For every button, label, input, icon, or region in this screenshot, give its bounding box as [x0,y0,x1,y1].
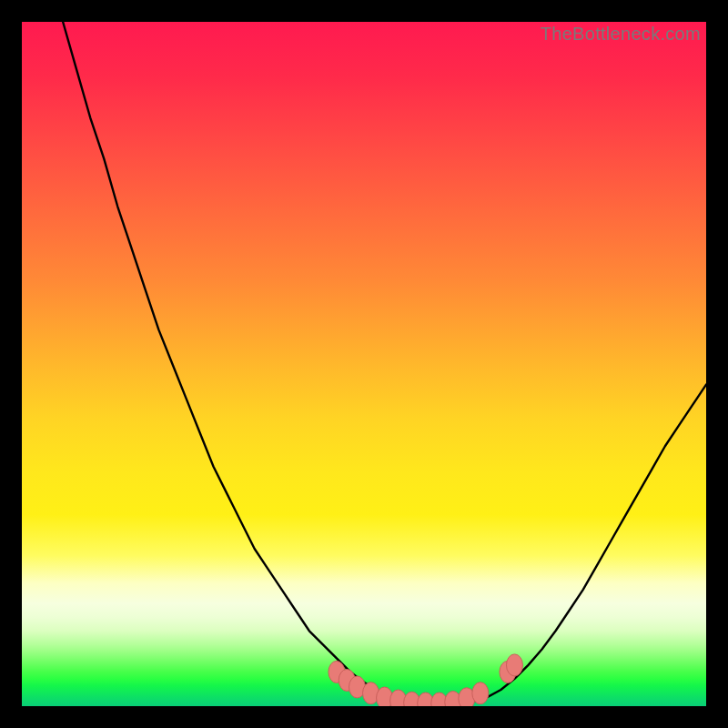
chart-stage: TheBottleneck.com [0,0,728,728]
bottleneck-curve [63,22,706,704]
data-point [472,682,489,704]
curve-overlay [22,22,706,706]
data-point [506,654,522,676]
data-points-group [329,654,523,706]
plot-area: TheBottleneck.com [22,22,706,706]
